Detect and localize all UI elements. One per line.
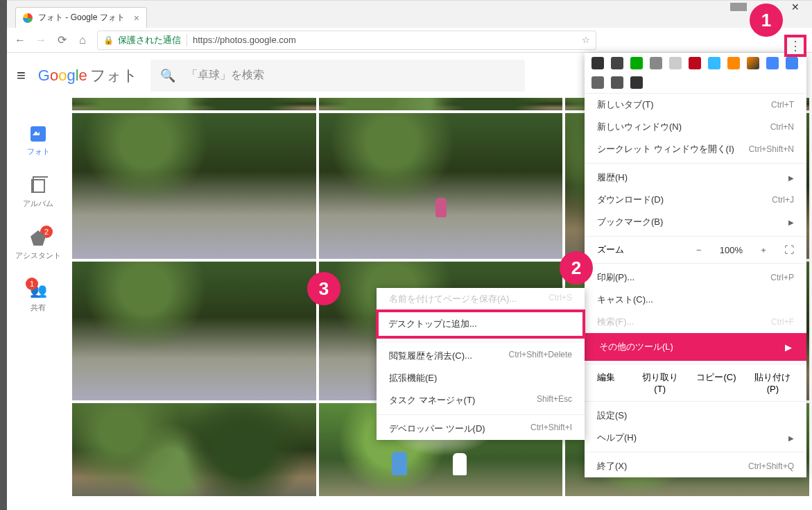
chrome-menu-button[interactable]: ⋮ bbox=[784, 35, 806, 57]
address-bar-row: ← → ⟳ ⌂ 🔒 保護された通信 https://photos.google.… bbox=[7, 28, 812, 53]
menu-cut[interactable]: 切り取り(T) bbox=[639, 371, 681, 394]
home-button[interactable]: ⌂ bbox=[76, 34, 89, 46]
google-photos-logo: Googleフォト bbox=[38, 65, 138, 86]
extension-icon[interactable] bbox=[766, 57, 779, 69]
fullscreen-icon[interactable]: ⛶ bbox=[784, 244, 794, 255]
extension-icon[interactable] bbox=[689, 57, 701, 69]
submenu-add-to-desktop[interactable]: デスクトップに追加... bbox=[376, 309, 585, 339]
extension-icon[interactable] bbox=[591, 57, 604, 69]
photo-thumb[interactable] bbox=[72, 403, 316, 496]
secure-label: 保護された通信 bbox=[118, 34, 187, 46]
sidebar-item-photos[interactable]: フォト bbox=[27, 126, 50, 157]
address-bar[interactable]: 🔒 保護された通信 https://photos.google.com ☆ bbox=[97, 31, 596, 50]
menu-copy[interactable]: コピー(C) bbox=[695, 371, 737, 394]
extension-icon[interactable] bbox=[708, 57, 720, 69]
sidebar-item-album[interactable]: アルバム bbox=[23, 178, 53, 209]
extension-icon[interactable] bbox=[669, 57, 682, 69]
extension-icon[interactable] bbox=[630, 57, 643, 69]
menu-find[interactable]: 検索(F)...Ctrl+F bbox=[585, 311, 806, 333]
menu-print[interactable]: 印刷(P)...Ctrl+P bbox=[585, 266, 806, 289]
photo-thumb[interactable] bbox=[72, 98, 316, 110]
menu-bookmarks[interactable]: ブックマーク(B)▶ bbox=[585, 211, 806, 233]
annotation-3: 3 bbox=[307, 272, 340, 305]
close-window-button[interactable]: ✕ bbox=[791, 1, 800, 12]
menu-help[interactable]: ヘルプ(H)▶ bbox=[585, 427, 806, 449]
extension-icon[interactable] bbox=[747, 57, 759, 69]
submenu-clear-history[interactable]: 閲覧履歴を消去(C)...Ctrl+Shift+Delete bbox=[377, 345, 585, 367]
sidebar-label: フォト bbox=[27, 146, 50, 157]
extension-icon[interactable] bbox=[591, 76, 604, 89]
zoom-in-button[interactable]: + bbox=[755, 245, 772, 255]
extension-icon[interactable] bbox=[727, 57, 740, 69]
back-button[interactable]: ← bbox=[14, 34, 26, 46]
extension-icon[interactable] bbox=[786, 57, 798, 69]
lock-icon: 🔒 bbox=[103, 35, 114, 45]
share-badge: 1 bbox=[26, 278, 38, 290]
tab-bar: フォト - Google フォト × bbox=[7, 0, 812, 28]
submenu-save-page[interactable]: 名前を付けてページを保存(A)...Ctrl+S bbox=[377, 288, 585, 310]
favicon-icon bbox=[23, 13, 33, 23]
photo-thumb[interactable] bbox=[319, 98, 563, 110]
menu-zoom: ズーム − 100% + ⛶ bbox=[585, 239, 806, 260]
forward-button[interactable]: → bbox=[35, 34, 47, 46]
photo-thumb[interactable] bbox=[72, 262, 316, 400]
menu-history[interactable]: 履歴(H)▶ bbox=[585, 167, 806, 189]
menu-downloads[interactable]: ダウンロード(D)Ctrl+J bbox=[585, 189, 806, 211]
extension-icon[interactable] bbox=[630, 76, 643, 89]
extension-icon[interactable] bbox=[650, 57, 662, 69]
submenu-dev-tools[interactable]: デベロッパー ツール(D)Ctrl+Shift+I bbox=[377, 418, 585, 440]
photos-icon bbox=[31, 126, 46, 142]
kebab-icon: ⋮ bbox=[789, 38, 802, 53]
extension-icons-row bbox=[585, 53, 806, 94]
redacted-box bbox=[730, 3, 747, 11]
sidebar: フォト アルバム 2 アシスタント 1 👥 共有 bbox=[7, 98, 69, 499]
photo-thumb[interactable] bbox=[319, 113, 563, 259]
annotation-2: 2 bbox=[560, 251, 593, 284]
menu-cast[interactable]: キャスト(C)... bbox=[585, 289, 806, 311]
sidebar-label: 共有 bbox=[31, 303, 46, 313]
menu-settings[interactable]: 設定(S) bbox=[585, 405, 806, 427]
album-icon bbox=[31, 179, 45, 193]
chrome-menu: 新しいタブ(T)Ctrl+T 新しいウィンドウ(N)Ctrl+N シークレット … bbox=[585, 53, 806, 477]
zoom-out-button[interactable]: − bbox=[691, 245, 707, 255]
search-placeholder: 「卓球」を検索 bbox=[187, 68, 264, 83]
sidebar-item-share[interactable]: 1 👥 共有 bbox=[30, 282, 46, 313]
menu-exit[interactable]: 終了(X)Ctrl+Shift+Q bbox=[585, 455, 806, 477]
menu-new-window[interactable]: 新しいウィンドウ(N)Ctrl+N bbox=[585, 116, 806, 138]
menu-more-tools[interactable]: その他のツール(L)▶ bbox=[585, 333, 806, 361]
more-tools-submenu: 名前を付けてページを保存(A)...Ctrl+S デスクトップに追加... 閲覧… bbox=[377, 288, 585, 440]
hamburger-icon[interactable]: ≡ bbox=[17, 67, 26, 85]
submenu-task-manager[interactable]: タスク マネージャ(T)Shift+Esc bbox=[377, 389, 585, 411]
sidebar-label: アシスタント bbox=[15, 250, 61, 261]
search-input[interactable]: 🔍 「卓球」を検索 bbox=[150, 60, 525, 92]
photo-thumb[interactable] bbox=[72, 113, 316, 259]
tab-close-button[interactable]: × bbox=[134, 12, 139, 24]
submenu-extensions[interactable]: 拡張機能(E) bbox=[377, 367, 585, 389]
annotation-1: 1 bbox=[750, 3, 783, 37]
reload-button[interactable]: ⟳ bbox=[55, 33, 68, 46]
menu-incognito[interactable]: シークレット ウィンドウを開く(I)Ctrl+Shift+N bbox=[585, 138, 806, 160]
sidebar-item-assistant[interactable]: 2 アシスタント bbox=[15, 230, 61, 261]
extension-icon[interactable] bbox=[611, 57, 623, 69]
tab-title: フォト - Google フォト bbox=[38, 12, 125, 24]
extension-icon[interactable] bbox=[611, 76, 623, 89]
menu-new-tab[interactable]: 新しいタブ(T)Ctrl+T bbox=[585, 94, 806, 116]
url-text: https://photos.google.com bbox=[193, 35, 296, 45]
sidebar-label: アルバム bbox=[23, 198, 53, 209]
search-icon: 🔍 bbox=[160, 68, 175, 83]
bookmark-star-icon[interactable]: ☆ bbox=[582, 35, 590, 45]
zoom-value: 100% bbox=[720, 245, 743, 255]
menu-edit-row: 編集 切り取り(T) コピー(C) 貼り付け(P) bbox=[585, 367, 806, 398]
browser-tab[interactable]: フォト - Google フォト × bbox=[15, 7, 147, 28]
menu-paste[interactable]: 貼り付け(P) bbox=[752, 371, 794, 394]
